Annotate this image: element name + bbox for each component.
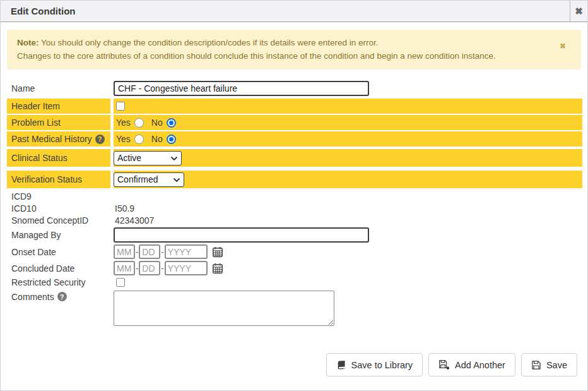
row-managed-by: Managed By (7, 227, 582, 243)
verification-status-select[interactable]: Confirmed (114, 172, 184, 187)
icd9-value (114, 191, 582, 202)
note-banner: Note: You should only change the conditi… (7, 30, 581, 69)
concluded-mm-input[interactable] (114, 261, 135, 275)
concluded-dd-input[interactable] (139, 261, 160, 275)
pmh-yes-radio[interactable] (134, 135, 144, 144)
name-input[interactable] (114, 81, 369, 96)
concluded-yyyy-input[interactable] (165, 261, 208, 275)
note-line2: Changes to the core attributes of a cond… (17, 49, 560, 63)
close-button[interactable]: ✖ (570, 1, 587, 21)
row-header-item: Header Item (7, 99, 582, 114)
condition-form: Name Header Item Problem List Yes No (1, 81, 587, 326)
save-to-library-button[interactable]: Save to Library (326, 353, 423, 376)
dialog-header: Edit Condition ✖ (1, 1, 587, 22)
help-icon[interactable]: ? (95, 135, 105, 144)
row-verification-status: Verification Status Confirmed (7, 171, 582, 188)
problem-list-yes-radio[interactable] (134, 118, 144, 128)
row-name: Name (7, 81, 582, 96)
row-past-medical-history: Past Medical History ? Yes No (7, 131, 582, 147)
icd9-label: ICD9 (7, 191, 110, 202)
calendar-icon[interactable] (212, 263, 223, 274)
note-dismiss-button[interactable]: ✖ (560, 40, 566, 53)
managed-by-input[interactable] (114, 227, 369, 243)
edit-condition-dialog: Edit Condition ✖ Note: You should only c… (0, 0, 588, 391)
row-restricted-security: Restricted Security (7, 277, 582, 287)
row-problem-list: Problem List Yes No (7, 115, 582, 130)
add-another-button[interactable]: Add Another (428, 353, 515, 376)
row-clinical-status: Clinical Status Active (7, 149, 582, 167)
book-icon (336, 360, 346, 370)
icd10-value: I50.9 (114, 203, 582, 214)
dialog-title: Edit Condition (1, 1, 570, 21)
icd10-label: ICD10 (7, 203, 110, 214)
note-label: Note: (17, 38, 39, 47)
row-concluded-date: Concluded Date - - (7, 261, 582, 275)
concluded-date-label: Concluded Date (7, 261, 110, 275)
problem-list-yes-label: Yes (116, 117, 131, 128)
problem-list-label: Problem List (7, 115, 110, 130)
note-dismiss-icon: ✖ (560, 42, 566, 51)
header-item-checkbox[interactable] (116, 102, 125, 111)
snomed-label: Snomed ConceptID (7, 215, 110, 226)
verification-status-label: Verification Status (7, 171, 110, 188)
onset-dd-input[interactable] (139, 244, 160, 259)
pmh-yes-label: Yes (116, 134, 131, 144)
row-snomed: Snomed ConceptID 42343007 (7, 215, 582, 226)
onset-date-label: Onset Date (7, 244, 110, 259)
row-icd9: ICD9 (7, 191, 582, 202)
row-icd10: ICD10 I50.9 (7, 203, 582, 214)
restricted-security-label: Restricted Security (7, 277, 110, 287)
clinical-status-label: Clinical Status (7, 149, 110, 167)
note-line1: Note: You should only change the conditi… (17, 36, 560, 49)
save-button[interactable]: Save (521, 353, 577, 376)
comments-label: Comments (11, 292, 54, 302)
save-plus-icon (438, 359, 450, 370)
problem-list-no-radio[interactable] (167, 118, 176, 128)
help-icon[interactable]: ? (57, 292, 67, 301)
problem-list-no-label: No (151, 117, 163, 128)
comments-textarea[interactable] (114, 291, 334, 326)
calendar-icon[interactable] (212, 246, 223, 258)
dialog-footer: Save to Library Add Another Save (326, 353, 577, 376)
close-icon: ✖ (575, 6, 583, 17)
header-item-label: Header Item (7, 99, 110, 114)
clinical-status-select[interactable]: Active (114, 151, 182, 165)
managed-by-label: Managed By (7, 227, 110, 243)
row-comments: Comments ? (7, 291, 582, 326)
onset-yyyy-input[interactable] (165, 244, 208, 259)
onset-mm-input[interactable] (114, 244, 135, 259)
save-icon (531, 360, 541, 370)
name-label: Name (7, 81, 110, 96)
pmh-no-label: No (151, 134, 163, 144)
row-onset-date: Onset Date - - (7, 244, 582, 259)
snomed-value: 42343007 (114, 215, 582, 226)
restricted-security-checkbox[interactable] (116, 278, 125, 287)
pmh-no-radio[interactable] (167, 135, 176, 144)
past-medical-history-label: Past Medical History (11, 134, 92, 144)
